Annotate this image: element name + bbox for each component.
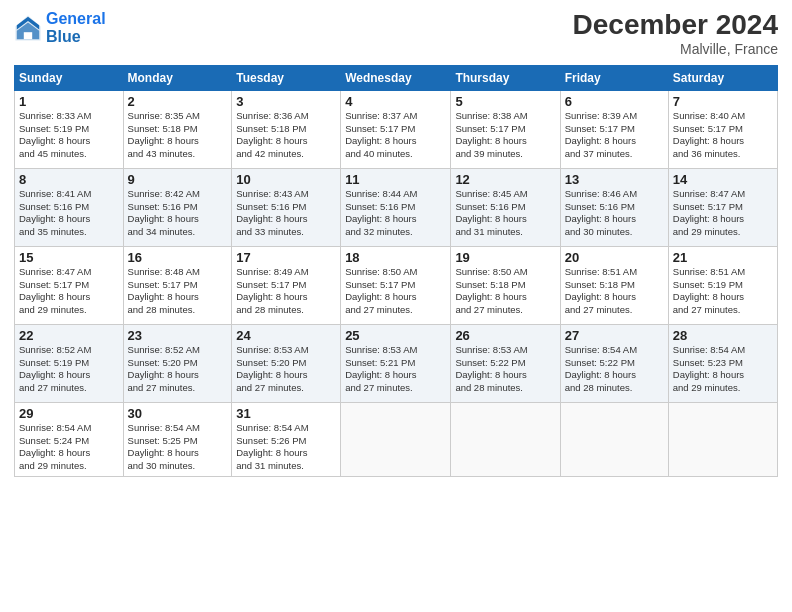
day-info: Sunrise: 8:53 AM Sunset: 5:21 PM Dayligh… bbox=[345, 344, 446, 395]
calendar-cell: 10Sunrise: 8:43 AM Sunset: 5:16 PM Dayli… bbox=[232, 168, 341, 246]
calendar-cell: 21Sunrise: 8:51 AM Sunset: 5:19 PM Dayli… bbox=[668, 246, 777, 324]
day-number: 21 bbox=[673, 250, 773, 265]
calendar-cell bbox=[451, 402, 560, 476]
calendar-cell: 14Sunrise: 8:47 AM Sunset: 5:17 PM Dayli… bbox=[668, 168, 777, 246]
week-row-3: 15Sunrise: 8:47 AM Sunset: 5:17 PM Dayli… bbox=[15, 246, 778, 324]
week-row-5: 29Sunrise: 8:54 AM Sunset: 5:24 PM Dayli… bbox=[15, 402, 778, 476]
day-number: 19 bbox=[455, 250, 555, 265]
day-info: Sunrise: 8:54 AM Sunset: 5:24 PM Dayligh… bbox=[19, 422, 119, 473]
day-info: Sunrise: 8:36 AM Sunset: 5:18 PM Dayligh… bbox=[236, 110, 336, 161]
day-info: Sunrise: 8:50 AM Sunset: 5:18 PM Dayligh… bbox=[455, 266, 555, 317]
day-info: Sunrise: 8:49 AM Sunset: 5:17 PM Dayligh… bbox=[236, 266, 336, 317]
day-info: Sunrise: 8:47 AM Sunset: 5:17 PM Dayligh… bbox=[673, 188, 773, 239]
day-number: 13 bbox=[565, 172, 664, 187]
calendar-cell bbox=[668, 402, 777, 476]
week-row-2: 8Sunrise: 8:41 AM Sunset: 5:16 PM Daylig… bbox=[15, 168, 778, 246]
day-info: Sunrise: 8:47 AM Sunset: 5:17 PM Dayligh… bbox=[19, 266, 119, 317]
calendar-cell: 4Sunrise: 8:37 AM Sunset: 5:17 PM Daylig… bbox=[341, 90, 451, 168]
logo: General Blue bbox=[14, 10, 106, 45]
day-info: Sunrise: 8:38 AM Sunset: 5:17 PM Dayligh… bbox=[455, 110, 555, 161]
day-number: 10 bbox=[236, 172, 336, 187]
day-info: Sunrise: 8:37 AM Sunset: 5:17 PM Dayligh… bbox=[345, 110, 446, 161]
calendar-cell: 15Sunrise: 8:47 AM Sunset: 5:17 PM Dayli… bbox=[15, 246, 124, 324]
calendar-cell: 8Sunrise: 8:41 AM Sunset: 5:16 PM Daylig… bbox=[15, 168, 124, 246]
day-info: Sunrise: 8:52 AM Sunset: 5:19 PM Dayligh… bbox=[19, 344, 119, 395]
day-info: Sunrise: 8:41 AM Sunset: 5:16 PM Dayligh… bbox=[19, 188, 119, 239]
calendar-cell: 26Sunrise: 8:53 AM Sunset: 5:22 PM Dayli… bbox=[451, 324, 560, 402]
calendar-cell: 28Sunrise: 8:54 AM Sunset: 5:23 PM Dayli… bbox=[668, 324, 777, 402]
day-number: 30 bbox=[128, 406, 228, 421]
day-number: 5 bbox=[455, 94, 555, 109]
day-info: Sunrise: 8:50 AM Sunset: 5:17 PM Dayligh… bbox=[345, 266, 446, 317]
day-info: Sunrise: 8:33 AM Sunset: 5:19 PM Dayligh… bbox=[19, 110, 119, 161]
day-number: 2 bbox=[128, 94, 228, 109]
day-info: Sunrise: 8:39 AM Sunset: 5:17 PM Dayligh… bbox=[565, 110, 664, 161]
calendar-cell: 23Sunrise: 8:52 AM Sunset: 5:20 PM Dayli… bbox=[123, 324, 232, 402]
day-info: Sunrise: 8:54 AM Sunset: 5:26 PM Dayligh… bbox=[236, 422, 336, 473]
calendar-cell: 18Sunrise: 8:50 AM Sunset: 5:17 PM Dayli… bbox=[341, 246, 451, 324]
day-number: 9 bbox=[128, 172, 228, 187]
calendar-cell: 19Sunrise: 8:50 AM Sunset: 5:18 PM Dayli… bbox=[451, 246, 560, 324]
calendar-cell: 6Sunrise: 8:39 AM Sunset: 5:17 PM Daylig… bbox=[560, 90, 668, 168]
day-number: 6 bbox=[565, 94, 664, 109]
calendar-cell: 3Sunrise: 8:36 AM Sunset: 5:18 PM Daylig… bbox=[232, 90, 341, 168]
calendar-cell: 24Sunrise: 8:53 AM Sunset: 5:20 PM Dayli… bbox=[232, 324, 341, 402]
day-number: 1 bbox=[19, 94, 119, 109]
day-number: 29 bbox=[19, 406, 119, 421]
day-number: 24 bbox=[236, 328, 336, 343]
day-number: 27 bbox=[565, 328, 664, 343]
col-header-tuesday: Tuesday bbox=[232, 65, 341, 90]
day-number: 12 bbox=[455, 172, 555, 187]
calendar-cell: 30Sunrise: 8:54 AM Sunset: 5:25 PM Dayli… bbox=[123, 402, 232, 476]
svg-marker-3 bbox=[24, 32, 32, 39]
calendar-cell bbox=[560, 402, 668, 476]
day-number: 15 bbox=[19, 250, 119, 265]
day-info: Sunrise: 8:46 AM Sunset: 5:16 PM Dayligh… bbox=[565, 188, 664, 239]
calendar-cell: 2Sunrise: 8:35 AM Sunset: 5:18 PM Daylig… bbox=[123, 90, 232, 168]
calendar-cell: 27Sunrise: 8:54 AM Sunset: 5:22 PM Dayli… bbox=[560, 324, 668, 402]
page: General Blue December 2024 Malville, Fra… bbox=[0, 0, 792, 612]
day-number: 18 bbox=[345, 250, 446, 265]
logo-icon bbox=[14, 14, 42, 42]
day-number: 17 bbox=[236, 250, 336, 265]
col-header-wednesday: Wednesday bbox=[341, 65, 451, 90]
week-row-4: 22Sunrise: 8:52 AM Sunset: 5:19 PM Dayli… bbox=[15, 324, 778, 402]
calendar-cell: 11Sunrise: 8:44 AM Sunset: 5:16 PM Dayli… bbox=[341, 168, 451, 246]
col-header-thursday: Thursday bbox=[451, 65, 560, 90]
day-number: 3 bbox=[236, 94, 336, 109]
day-info: Sunrise: 8:54 AM Sunset: 5:22 PM Dayligh… bbox=[565, 344, 664, 395]
day-info: Sunrise: 8:45 AM Sunset: 5:16 PM Dayligh… bbox=[455, 188, 555, 239]
day-info: Sunrise: 8:42 AM Sunset: 5:16 PM Dayligh… bbox=[128, 188, 228, 239]
calendar-cell: 12Sunrise: 8:45 AM Sunset: 5:16 PM Dayli… bbox=[451, 168, 560, 246]
day-info: Sunrise: 8:44 AM Sunset: 5:16 PM Dayligh… bbox=[345, 188, 446, 239]
col-header-friday: Friday bbox=[560, 65, 668, 90]
calendar-cell: 31Sunrise: 8:54 AM Sunset: 5:26 PM Dayli… bbox=[232, 402, 341, 476]
calendar-cell: 9Sunrise: 8:42 AM Sunset: 5:16 PM Daylig… bbox=[123, 168, 232, 246]
day-number: 26 bbox=[455, 328, 555, 343]
col-header-sunday: Sunday bbox=[15, 65, 124, 90]
calendar-cell: 20Sunrise: 8:51 AM Sunset: 5:18 PM Dayli… bbox=[560, 246, 668, 324]
header-row: SundayMondayTuesdayWednesdayThursdayFrid… bbox=[15, 65, 778, 90]
day-info: Sunrise: 8:43 AM Sunset: 5:16 PM Dayligh… bbox=[236, 188, 336, 239]
day-info: Sunrise: 8:48 AM Sunset: 5:17 PM Dayligh… bbox=[128, 266, 228, 317]
calendar-cell: 5Sunrise: 8:38 AM Sunset: 5:17 PM Daylig… bbox=[451, 90, 560, 168]
day-info: Sunrise: 8:52 AM Sunset: 5:20 PM Dayligh… bbox=[128, 344, 228, 395]
day-number: 4 bbox=[345, 94, 446, 109]
day-info: Sunrise: 8:54 AM Sunset: 5:25 PM Dayligh… bbox=[128, 422, 228, 473]
day-number: 23 bbox=[128, 328, 228, 343]
day-info: Sunrise: 8:40 AM Sunset: 5:17 PM Dayligh… bbox=[673, 110, 773, 161]
calendar-cell: 29Sunrise: 8:54 AM Sunset: 5:24 PM Dayli… bbox=[15, 402, 124, 476]
day-number: 20 bbox=[565, 250, 664, 265]
header: General Blue December 2024 Malville, Fra… bbox=[14, 10, 778, 57]
day-info: Sunrise: 8:53 AM Sunset: 5:22 PM Dayligh… bbox=[455, 344, 555, 395]
day-info: Sunrise: 8:54 AM Sunset: 5:23 PM Dayligh… bbox=[673, 344, 773, 395]
calendar-cell: 22Sunrise: 8:52 AM Sunset: 5:19 PM Dayli… bbox=[15, 324, 124, 402]
day-number: 8 bbox=[19, 172, 119, 187]
calendar-cell: 13Sunrise: 8:46 AM Sunset: 5:16 PM Dayli… bbox=[560, 168, 668, 246]
day-info: Sunrise: 8:53 AM Sunset: 5:20 PM Dayligh… bbox=[236, 344, 336, 395]
week-row-1: 1Sunrise: 8:33 AM Sunset: 5:19 PM Daylig… bbox=[15, 90, 778, 168]
calendar-cell bbox=[341, 402, 451, 476]
title-block: December 2024 Malville, France bbox=[573, 10, 778, 57]
calendar-table: SundayMondayTuesdayWednesdayThursdayFrid… bbox=[14, 65, 778, 477]
col-header-monday: Monday bbox=[123, 65, 232, 90]
